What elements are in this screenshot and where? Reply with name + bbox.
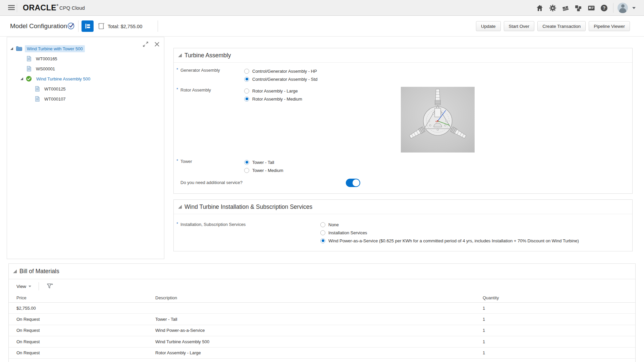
field-label: *Generator Assembly bbox=[180, 68, 248, 73]
radio-option[interactable]: Installation Services bbox=[320, 229, 622, 237]
user-avatar[interactable] bbox=[618, 2, 636, 14]
tree-expander-icon[interactable] bbox=[20, 77, 23, 80]
document-icon bbox=[26, 66, 32, 72]
view-menu-button[interactable]: View bbox=[16, 284, 31, 289]
settings-gear-icon[interactable] bbox=[548, 4, 557, 12]
pricing-money-icon[interactable] bbox=[561, 4, 570, 12]
additional-service-toggle[interactable] bbox=[346, 179, 360, 187]
radio-unselected-icon[interactable] bbox=[320, 222, 325, 227]
model-tree: Wind Turbine with Tower 500WT000165WS000… bbox=[7, 44, 164, 104]
create-transaction-button[interactable]: Create Transaction bbox=[537, 21, 586, 31]
additional-service-label: Do you need additional service? bbox=[180, 180, 243, 185]
tree-item-wt000107[interactable]: WT000107 bbox=[7, 94, 164, 104]
table-cell: On Request bbox=[16, 317, 155, 322]
tree-item-label[interactable]: Wind Turbine with Tower 500 bbox=[25, 45, 85, 52]
radio-selected-icon[interactable] bbox=[244, 97, 249, 102]
svg-text:?: ? bbox=[603, 5, 606, 11]
radio-unselected-icon[interactable] bbox=[320, 230, 325, 235]
integrations-blocks-icon[interactable] bbox=[574, 4, 583, 12]
tree-expander-icon[interactable] bbox=[10, 47, 13, 50]
table-cell: 1 bbox=[483, 350, 635, 355]
divider bbox=[158, 20, 158, 32]
field-label: *Rotor Assembly bbox=[180, 87, 248, 93]
collapse-triangle-icon[interactable] bbox=[13, 269, 17, 273]
bom-toolbar: View bbox=[9, 279, 635, 293]
radio-selected-icon[interactable] bbox=[244, 160, 249, 165]
model-tree-panel: Wind Turbine with Tower 500WT000165WS000… bbox=[7, 37, 164, 259]
radio-option[interactable]: Rotor Assembly - Medium bbox=[244, 95, 302, 103]
radio-group-generator-assembly: Control/Generator Assembly - HPControl/G… bbox=[244, 67, 317, 83]
tree-item-label[interactable]: WT000125 bbox=[42, 85, 68, 93]
section-header: Bill of Materials bbox=[9, 264, 635, 279]
validated-check-icon bbox=[67, 22, 75, 30]
tree-item-wt000165[interactable]: WT000165 bbox=[7, 54, 164, 64]
table-row: On RequestWind Turbine Assembly 5001 bbox=[9, 336, 635, 347]
table-cell: On Request bbox=[16, 339, 155, 344]
column-header-quantity: Quantity bbox=[483, 295, 635, 300]
collapse-triangle-icon[interactable] bbox=[178, 54, 182, 57]
section-header: Turbine Assembly bbox=[174, 48, 632, 63]
total-amount: Total: $2,755.00 bbox=[108, 24, 142, 29]
app-header: ORACLE® CPQ Cloud bbox=[0, 0, 644, 16]
radio-option[interactable]: Rotor Assembly - Large bbox=[244, 87, 302, 95]
radio-option[interactable]: Tower - Tall bbox=[244, 158, 283, 166]
help-icon[interactable]: ? bbox=[600, 4, 608, 12]
tree-item-wind-turbine-assembly-500[interactable]: Wind Turbine Assembly 500 bbox=[7, 74, 164, 84]
radio-group-rotor-assembly: Rotor Assembly - LargeRotor Assembly - M… bbox=[244, 87, 302, 103]
avatar-icon bbox=[618, 3, 628, 13]
radio-option[interactable]: Control/Generator Assembly - HP bbox=[244, 67, 317, 75]
table-cell: Wind Power-as-a-Service bbox=[155, 328, 483, 333]
tree-item-wt000125[interactable]: WT000125 bbox=[7, 84, 164, 94]
pipeline-viewer-button[interactable]: Pipeline Viewer bbox=[589, 21, 630, 31]
required-asterisk: * bbox=[176, 87, 178, 92]
required-asterisk: * bbox=[176, 221, 178, 226]
field-label: * Installation, Subscription Services bbox=[180, 222, 248, 227]
filter-icon[interactable] bbox=[46, 283, 54, 290]
page-title: Model Configuration bbox=[10, 22, 67, 30]
menu-icon[interactable] bbox=[8, 5, 15, 10]
action-buttons: UpdateStart OverCreate TransactionPipeli… bbox=[476, 21, 630, 31]
radio-group-installation: NoneInstallation ServicesWind Power-as-a… bbox=[320, 221, 622, 245]
column-header-description: Description bbox=[155, 295, 483, 300]
folder-icon bbox=[16, 46, 22, 51]
tree-item-label[interactable]: WT000107 bbox=[42, 96, 68, 103]
bill-of-materials-section: Bill of Materials View PriceDescriptionQ… bbox=[8, 263, 636, 362]
bom-table-body: $2,755.001On RequestTower - Tall1On Requ… bbox=[9, 303, 635, 359]
tree-item-ws00001[interactable]: WS00001 bbox=[7, 64, 164, 74]
document-icon bbox=[35, 96, 40, 102]
collapse-triangle-icon[interactable] bbox=[178, 205, 182, 209]
table-row: On RequestWind Power-as-a-Service1 bbox=[9, 325, 635, 336]
product-name: CPQ Cloud bbox=[59, 5, 85, 11]
radio-option[interactable]: None bbox=[320, 221, 622, 229]
table-cell: 1 bbox=[483, 339, 635, 344]
check-circle-icon bbox=[26, 76, 32, 82]
table-cell: 1 bbox=[483, 317, 635, 322]
divider bbox=[17, 3, 17, 12]
radio-selected-icon[interactable] bbox=[244, 77, 249, 82]
table-row: On RequestTower - Tall1 bbox=[9, 314, 635, 325]
accounts-card-icon[interactable] bbox=[587, 4, 596, 12]
installation-services-section: Wind Turbine Installation & Subscription… bbox=[173, 199, 633, 251]
tree-item-label[interactable]: WT000165 bbox=[34, 55, 59, 62]
home-icon[interactable] bbox=[535, 4, 544, 12]
radio-option[interactable]: Control/Generator Assembly - Std bbox=[244, 75, 317, 83]
radio-unselected-icon[interactable] bbox=[244, 69, 249, 74]
radio-option[interactable]: Tower - Medium bbox=[244, 166, 283, 174]
divider bbox=[613, 3, 613, 13]
radio-selected-icon[interactable] bbox=[320, 238, 325, 243]
radio-unselected-icon[interactable] bbox=[244, 88, 249, 94]
tree-item-label[interactable]: WS00001 bbox=[34, 65, 57, 72]
tree-item-label[interactable]: Wind Turbine Assembly 500 bbox=[34, 75, 92, 82]
start-over-button[interactable]: Start Over bbox=[504, 21, 535, 31]
radio-option[interactable]: Wind Power-as-a-Service ($0.625 per KWh … bbox=[320, 237, 622, 245]
radio-unselected-icon[interactable] bbox=[244, 168, 249, 173]
turbine-assembly-section: Turbine Assembly *Generator AssemblyCont… bbox=[173, 48, 633, 194]
section-title: Bill of Materials bbox=[19, 268, 59, 275]
field-label: *Tower bbox=[180, 159, 248, 164]
table-cell: Tower - Tall bbox=[155, 317, 483, 322]
model-tree-toggle-button[interactable] bbox=[82, 20, 94, 32]
table-cell: On Request bbox=[16, 328, 155, 333]
update-button[interactable]: Update bbox=[476, 21, 501, 31]
tree-item-wind-turbine-with-tower-500[interactable]: Wind Turbine with Tower 500 bbox=[7, 44, 164, 54]
bom-table-header: PriceDescriptionQuantity bbox=[9, 293, 635, 303]
